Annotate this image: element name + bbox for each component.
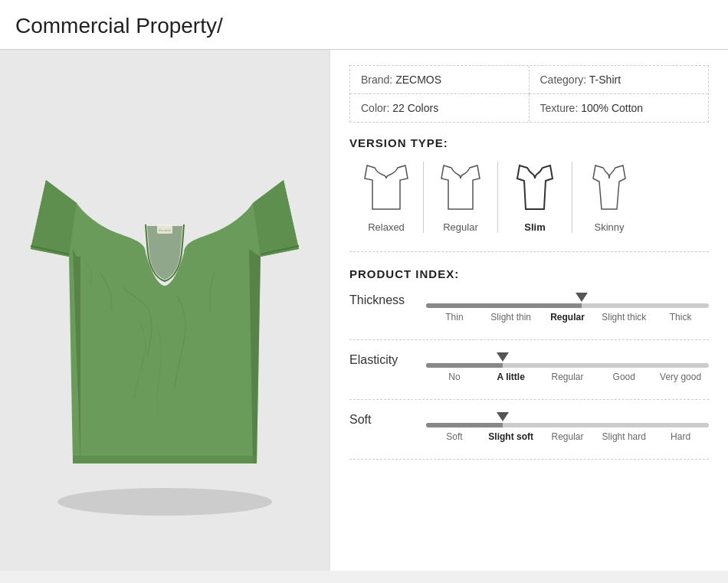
soft-label: Soft [349,413,426,427]
soft-lbl-soft: Soft [426,431,483,442]
version-skinny-label: Skinny [594,221,624,233]
sep-1 [349,339,709,340]
thickness-lbl-slightthick: Slight thick [595,312,652,323]
page-title: Commercial Property/ [0,0,728,50]
version-slim-label: Slim [524,221,545,233]
thickness-lbl-thin: Thin [426,312,483,323]
elasticity-lbl-good: Good [595,372,652,382]
version-slim[interactable]: Slim [498,162,572,233]
thickness-labels: Thin Slight thin Regular Slight thick Th… [349,312,709,323]
category-cell: Category: T-Shirt [530,66,709,94]
version-relaxed-label: Relaxed [368,221,405,233]
soft-labels: Soft Slight soft Regular Slight hard Har… [349,431,709,442]
elasticity-label: Elasticity [349,353,426,367]
elasticity-lbl-regular: Regular [539,372,596,382]
thickness-lbl-thick: Thick [652,312,709,323]
color-cell: Color: 22 Colors [350,94,530,122]
info-grid: Brand: ZECMOS Category: T-Shirt Color: 2… [349,65,709,123]
brand-cell: Brand: ZECMOS [350,66,530,94]
elasticity-lbl-no: No [426,372,483,382]
version-relaxed[interactable]: Relaxed [349,162,424,233]
version-options: Relaxed Regular Slim [349,162,709,233]
elasticity-slider[interactable] [426,352,709,368]
sep-2 [349,399,709,400]
product-image-panel: Zecmos [0,50,330,571]
elasticity-lbl-alittle: A little [483,372,539,382]
product-image: Zecmos [23,96,307,525]
soft-lbl-slighthard: Slight hard [595,431,652,442]
version-regular-label: Regular [443,221,478,233]
soft-row: Soft Soft Slight soft Regular Slight har… [349,412,709,442]
version-section: VERSION TYPE: Relaxed Regular [349,136,709,252]
product-index-section: PRODUCT INDEX: Thickness Thin Slight thi… [349,267,709,460]
svg-text:Zecmos: Zecmos [159,228,171,232]
soft-lbl-hard: Hard [652,431,709,442]
thickness-row: Thickness Thin Slight thin Regular Sligh… [349,293,709,323]
elasticity-lbl-verygood: Very good [652,372,709,382]
soft-lbl-slightsoft: Slight soft [483,431,539,442]
sep-3 [349,459,709,460]
product-details: Brand: ZECMOS Category: T-Shirt Color: 2… [330,50,728,571]
version-section-title: VERSION TYPE: [349,136,709,149]
texture-cell: Texture: 100% Cotton [530,94,709,122]
soft-slider[interactable] [426,412,709,427]
thickness-lbl-slightthin: Slight thin [483,312,539,323]
thickness-label: Thickness [349,293,426,307]
svg-point-0 [57,488,272,516]
thickness-slider[interactable] [426,293,709,308]
elasticity-labels: No A little Regular Good Very good [349,372,709,382]
version-regular[interactable]: Regular [424,162,498,233]
product-index-title: PRODUCT INDEX: [349,267,709,280]
soft-lbl-regular: Regular [539,431,596,442]
elasticity-row: Elasticity No A little Regular Good Very… [349,352,709,382]
thickness-lbl-regular: Regular [539,312,596,323]
version-skinny[interactable]: Skinny [572,162,646,233]
